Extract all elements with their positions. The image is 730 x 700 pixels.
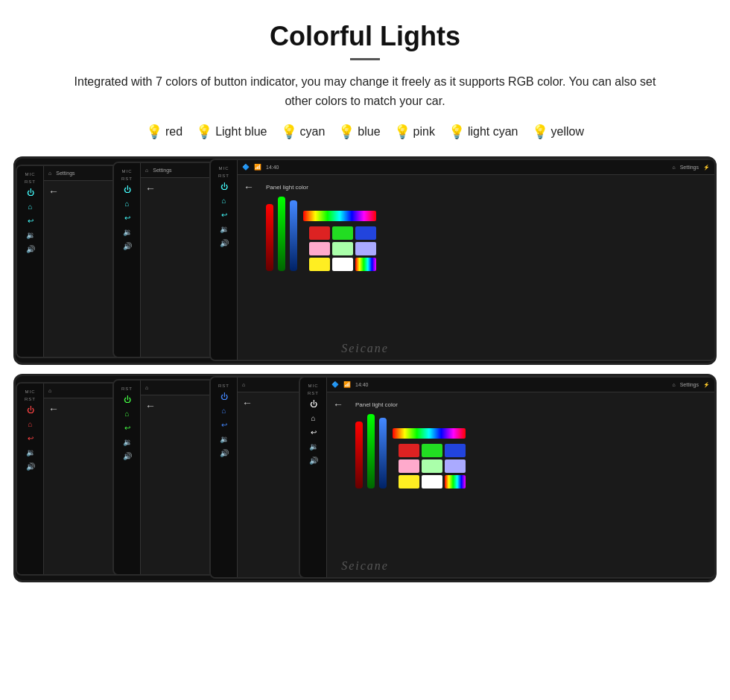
color-settings-3: Panel light color xyxy=(263,181,708,274)
swatch-yellow-b4 xyxy=(399,475,419,489)
title-divider xyxy=(350,58,380,60)
bulb-icon-cyan: 💡 xyxy=(281,124,297,140)
home-icon-topbar-b4: ⌂ xyxy=(672,382,675,387)
color-item-lightcyan: 💡 light cyan xyxy=(448,124,518,140)
color-label-red: red xyxy=(165,125,182,139)
settings-label-3: Settings xyxy=(680,165,699,170)
vol-down-icon-b4: 🔉 xyxy=(309,442,318,451)
color-item-pink: 💡 pink xyxy=(394,124,435,140)
rst-label-2: RST xyxy=(121,176,133,181)
top-unit-stack: MIC RST ⏻ ⌂ ↩ 🔉 🔊 ⌂ Settings ← xyxy=(16,159,714,363)
color-label-lightblue: Light blue xyxy=(215,125,267,139)
mic-label-b1: MIC xyxy=(25,389,36,394)
swatch-red-3 xyxy=(309,226,330,240)
vol-down-icon-3: 🔉 xyxy=(220,225,229,233)
wifi-icon-b4: 📶 xyxy=(343,381,351,388)
vol-down-icon-2: 🔉 xyxy=(123,228,132,236)
color-item-red: 💡 red xyxy=(146,124,182,140)
bulb-icon-red: 💡 xyxy=(146,124,162,140)
back-icon-b3: ↩ xyxy=(221,421,227,429)
back-arrow-3: ← xyxy=(244,181,254,193)
color-settings-b4: Panel light color xyxy=(352,398,708,491)
bottom-unit-4-sidebar: MIC RST ⏻ ⌂ ↩ 🔉 🔊 xyxy=(300,378,327,577)
power-icon-b3: ⏻ xyxy=(220,392,228,401)
unit-3-content: ← Panel light color xyxy=(238,175,714,360)
home-icon-2: ⌂ xyxy=(124,200,129,208)
vol-up-icon-b1: 🔊 xyxy=(26,462,35,471)
power-icon-3: ⏻ xyxy=(220,182,228,191)
swatch-red-b4 xyxy=(399,444,419,457)
power-icon-1: ⏻ xyxy=(27,188,34,197)
panel-light-title-3: Panel light color xyxy=(266,184,376,191)
green-slider-b4 xyxy=(367,414,375,489)
back-arrow-b4: ← xyxy=(333,398,343,410)
back-icon-b1: ↩ xyxy=(28,434,34,442)
back-arrow-b3: ← xyxy=(242,397,253,409)
vol-up-icon-b3: 🔊 xyxy=(220,449,229,457)
green-slider-3 xyxy=(278,197,285,271)
bottom-unit-1-sidebar: MIC RST ⏻ ⌂ ↩ 🔉 🔊 xyxy=(17,384,44,574)
red-slider-3 xyxy=(266,204,273,271)
swatch-blue-3 xyxy=(355,226,376,240)
settings-label-1: Settings xyxy=(56,171,74,176)
time-display-3: 14:40 xyxy=(266,165,279,170)
usb-icon-b4: ⚡ xyxy=(703,382,710,388)
vol-up-icon-b4: 🔊 xyxy=(309,456,318,465)
back-icon-2: ↩ xyxy=(124,214,130,222)
home-icon-topbar-b1: ⌂ xyxy=(48,388,51,393)
bottom-unit-4-screen: 🔷 📶 14:40 ⌂ Settings ⚡ ← Panel l xyxy=(327,378,714,577)
settings-label-b4: Settings xyxy=(680,382,699,387)
vol-up-icon-b2: 🔊 xyxy=(123,452,132,460)
swatch-blue-b4 xyxy=(445,444,466,457)
description-text: Integrated with 7 colors of button indic… xyxy=(45,72,685,110)
power-icon-2: ⏻ xyxy=(124,185,131,194)
swatch-green-3 xyxy=(332,226,353,240)
bottom-panel-row: MIC RST ⏻ ⌂ ↩ 🔉 🔊 ⌂ ← xyxy=(13,374,717,582)
rst-label-b1: RST xyxy=(25,397,36,401)
usb-icon-3: ⚡ xyxy=(703,165,710,171)
rst-label-b2: RST xyxy=(121,386,133,391)
home-icon-1: ⌂ xyxy=(28,203,32,211)
color-sliders-3 xyxy=(266,197,297,271)
home-icon-b2: ⌂ xyxy=(124,410,129,418)
color-sliders-b4 xyxy=(355,414,387,489)
sliders-and-swatches-b4 xyxy=(355,414,466,489)
home-icon-topbar-b2: ⌂ xyxy=(145,385,148,390)
bottom-car-unit-4: MIC RST ⏻ ⌂ ↩ 🔉 🔊 🔷 📶 14:40 ⌂ Settings xyxy=(299,376,716,579)
color-item-lightblue: 💡 Light blue xyxy=(196,124,267,140)
home-icon-b1: ⌂ xyxy=(28,420,32,428)
top-car-unit-3: MIC RST ⏻ ⌂ ↩ 🔉 🔊 🔷 📶 14:40 ⌂ Settings xyxy=(209,159,716,361)
mic-label-1: MIC xyxy=(25,172,36,176)
vol-down-icon-b2: 🔉 xyxy=(123,438,132,446)
mic-label-3: MIC xyxy=(219,166,229,171)
spectrum-bar-b4 xyxy=(393,428,466,439)
back-icon-1: ↩ xyxy=(28,217,34,225)
rst-label-1: RST xyxy=(25,179,36,184)
rst-label-3: RST xyxy=(218,174,229,178)
swatch-white-b4 xyxy=(422,475,442,489)
power-icon-b4: ⏻ xyxy=(310,400,317,408)
settings-label-2: Settings xyxy=(153,168,171,173)
vol-down-icon-b1: 🔉 xyxy=(26,448,35,456)
panels-container: MIC RST ⏻ ⌂ ↩ 🔉 🔊 ⌂ Settings ← xyxy=(0,156,730,597)
home-icon-b4: ⌂ xyxy=(311,414,315,422)
bottom-unit-stack: MIC RST ⏻ ⌂ ↩ 🔉 🔊 ⌂ ← xyxy=(16,376,714,580)
swatches-container-3 xyxy=(303,211,376,271)
color-swatches-3 xyxy=(309,226,376,271)
swatch-rainbow-3 xyxy=(355,258,376,271)
time-display-b4: 14:40 xyxy=(355,382,369,387)
vol-up-icon-1: 🔊 xyxy=(26,245,35,253)
bulb-icon-blue: 💡 xyxy=(338,124,355,140)
bluetooth-icon-b4: 🔷 xyxy=(331,381,339,388)
swatch-yellow-3 xyxy=(309,258,330,271)
rst-label-b4: RST xyxy=(308,391,319,395)
spectrum-bar-3 xyxy=(303,211,376,221)
bottom-unit-2-sidebar: RST ⏻ ⌂ ↩ 🔉 🔊 xyxy=(114,381,141,574)
swatches-container-b4 xyxy=(393,428,466,489)
color-label-pink: pink xyxy=(413,125,435,139)
color-item-blue: 💡 blue xyxy=(338,124,380,140)
back-arrow-b2: ← xyxy=(145,400,156,412)
swatch-rainbow-b4 xyxy=(445,475,466,489)
power-icon-b2: ⏻ xyxy=(124,395,131,404)
swatch-ltblue-3 xyxy=(355,242,376,255)
